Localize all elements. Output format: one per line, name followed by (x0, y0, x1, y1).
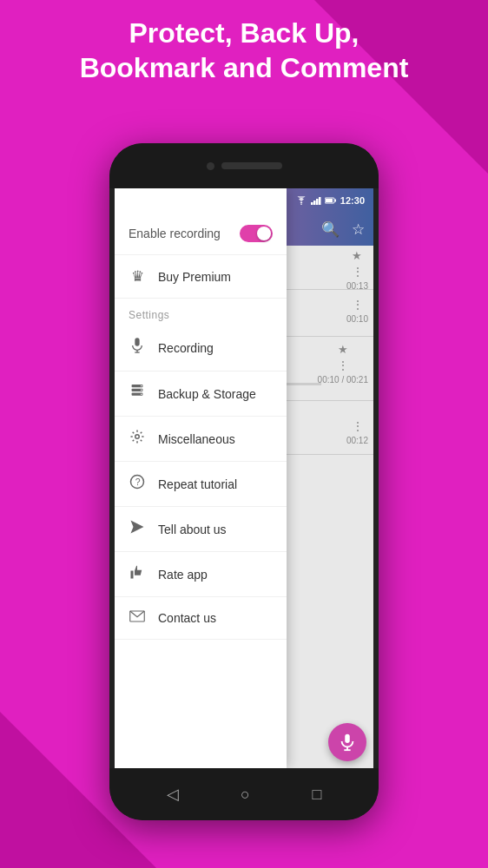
svg-rect-7 (334, 200, 336, 202)
enable-recording-toggle[interactable] (240, 225, 273, 242)
svg-point-17 (141, 385, 142, 387)
crown-icon (129, 267, 146, 286)
star-header-icon[interactable]: ☆ (352, 220, 365, 239)
misc-label: Miscellaneous (158, 432, 235, 446)
more-dots-2[interactable]: ⋮ (352, 298, 363, 312)
nav-recents-icon[interactable]: □ (312, 786, 321, 804)
buy-premium-item[interactable]: Buy Premium (115, 255, 287, 299)
phone-speaker (221, 162, 282, 169)
drawer-contact-item[interactable]: Contact us (115, 597, 287, 640)
svg-point-20 (135, 435, 140, 439)
toggle-knob (257, 227, 271, 240)
svg-rect-4 (319, 197, 321, 205)
battery-icon (325, 197, 337, 204)
drawer-tutorial-item[interactable]: ? Repeat tutorial (115, 462, 287, 507)
time-label-3: 00:10 / 00:21 (318, 375, 368, 385)
backup-label: Backup & Storage (158, 387, 256, 401)
nav-back-icon[interactable]: ◁ (167, 785, 179, 804)
time-label-2: 00:10 (346, 314, 368, 324)
thumbup-icon (129, 564, 146, 584)
buy-premium-label: Buy Premium (158, 270, 231, 284)
settings-icon (129, 429, 146, 449)
svg-point-0 (300, 203, 302, 205)
list-item-3: ★ ⋮ 00:10 / 00:21 (318, 343, 368, 385)
tell-label: Tell about us (158, 523, 227, 536)
drawer-rate-item[interactable]: Rate app (115, 552, 287, 597)
list-item-1: ★ ⋮ 00:13 (346, 249, 368, 291)
nav-home-icon[interactable]: ○ (241, 786, 250, 804)
enable-recording-label: Enable recording (129, 227, 221, 240)
header-line2: Bookmark and Comment (17, 50, 471, 85)
list-item-2: ⋮ 00:10 (346, 298, 368, 324)
contact-label: Contact us (158, 611, 216, 625)
more-dots-1[interactable]: ⋮ (352, 265, 363, 279)
search-icon[interactable]: 🔍 (321, 220, 340, 239)
status-icons: 12:30 (295, 195, 365, 206)
svg-rect-3 (316, 199, 319, 205)
mic-icon (129, 337, 146, 358)
svg-rect-2 (313, 201, 316, 205)
mic-fab-icon (338, 733, 357, 752)
svg-rect-11 (135, 338, 139, 345)
svg-point-19 (141, 393, 142, 395)
more-dots-4[interactable]: ⋮ (352, 419, 363, 433)
enable-recording-row[interactable]: Enable recording (115, 213, 287, 255)
svg-rect-8 (345, 734, 350, 743)
help-icon: ? (129, 474, 146, 494)
status-time: 12:30 (340, 195, 365, 206)
record-fab[interactable] (328, 723, 366, 761)
svg-point-18 (141, 390, 142, 391)
drawer-recording-item[interactable]: Recording (115, 325, 287, 372)
storage-icon (129, 384, 146, 404)
header-line1: Protect, Back Up, (17, 16, 471, 50)
phone-nav-bar: ◁ ○ □ (109, 768, 379, 820)
signal-icon (311, 196, 321, 205)
list-item-4: ⋮ 00:12 (346, 419, 368, 445)
wifi-icon (295, 196, 307, 205)
time-label-4: 00:12 (346, 436, 368, 445)
tutorial-label: Repeat tutorial (158, 477, 237, 491)
send-icon (129, 519, 146, 539)
rate-label: Rate app (158, 568, 208, 582)
more-dots-3[interactable]: ⋮ (337, 358, 348, 372)
header-text: Protect, Back Up, Bookmark and Comment (0, 16, 488, 85)
phone-top-bar (109, 143, 379, 188)
phone-screen: 12:30 🔍 ☆ ★ ⋮ 00:13 ⋮ 00:10 (115, 188, 373, 768)
recording-label: Recording (158, 341, 214, 355)
svg-rect-6 (326, 199, 333, 202)
svg-rect-1 (311, 202, 313, 205)
svg-text:?: ? (135, 477, 141, 487)
drawer-tell-item[interactable]: Tell about us (115, 507, 287, 552)
star-icon-1[interactable]: ★ (352, 249, 362, 262)
drawer-misc-item[interactable]: Miscellaneous (115, 417, 287, 462)
star-icon-3[interactable]: ★ (338, 343, 348, 356)
drawer-menu: Enable recording Buy Premium Settings (115, 188, 287, 768)
svg-marker-23 (131, 521, 144, 534)
drawer-backup-item[interactable]: Backup & Storage (115, 372, 287, 417)
phone-camera (207, 162, 214, 170)
phone-device: 12:30 🔍 ☆ ★ ⋮ 00:13 ⋮ 00:10 (109, 143, 379, 820)
settings-section-label: Settings (115, 299, 287, 325)
mail-icon (129, 609, 146, 627)
